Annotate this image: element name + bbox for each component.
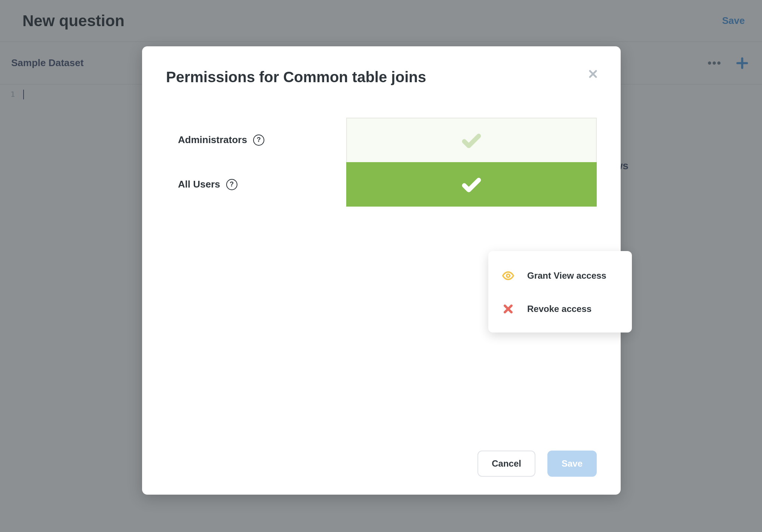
group-name: All Users: [178, 179, 220, 190]
modal-title: Permissions for Common table joins: [166, 69, 597, 86]
svg-point-4: [507, 274, 510, 278]
help-icon[interactable]: ?: [226, 179, 237, 190]
dropdown-item-label: Revoke access: [527, 304, 592, 314]
close-icon: [588, 69, 598, 79]
close-button[interactable]: [588, 69, 598, 79]
revoke-option[interactable]: Revoke access: [488, 293, 632, 325]
permission-dropdown: Grant View access Revoke access: [488, 251, 632, 332]
group-name: Administrators: [178, 134, 247, 146]
group-label-all-users: All Users ?: [166, 162, 346, 207]
grant-view-option[interactable]: Grant View access: [488, 259, 632, 293]
permissions-modal: Permissions for Common table joins Admin…: [142, 46, 621, 495]
eye-icon: [502, 269, 514, 282]
check-icon: [461, 130, 482, 151]
help-icon[interactable]: ?: [253, 134, 264, 146]
perm-cell-all-users[interactable]: [346, 162, 597, 207]
perm-cell-administrators[interactable]: [346, 118, 597, 162]
modal-footer: Cancel Save: [166, 451, 597, 477]
save-button[interactable]: Save: [547, 451, 597, 477]
group-label-administrators: Administrators ?: [166, 118, 346, 162]
x-icon: [502, 303, 514, 315]
perm-row-all-users: All Users ?: [166, 162, 597, 207]
perm-row-administrators: Administrators ?: [166, 118, 597, 162]
cancel-button[interactable]: Cancel: [477, 451, 535, 477]
check-icon: [461, 174, 482, 195]
permissions-table: Administrators ? All Users ?: [166, 118, 597, 207]
dropdown-item-label: Grant View access: [527, 270, 606, 281]
